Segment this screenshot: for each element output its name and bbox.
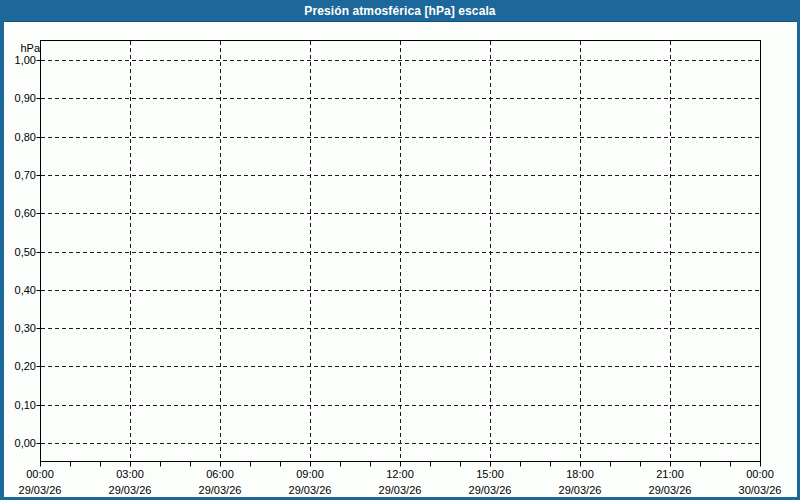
x-tick-time-label: 12:00 <box>370 467 430 481</box>
x-tick-time-label: 06:00 <box>190 467 250 481</box>
y-tick-label: 0,20 <box>2 359 36 373</box>
x-tick-date-label: 29/03/26 <box>95 483 165 497</box>
y-tick-label: 0,00 <box>2 436 36 450</box>
y-tick-label: 0,10 <box>2 398 36 412</box>
x-tick-time-label: 15:00 <box>460 467 520 481</box>
x-tick-date-label: 29/03/26 <box>635 483 705 497</box>
x-tick-time-label: 00:00 <box>730 467 790 481</box>
x-tick-time-label: 21:00 <box>640 467 700 481</box>
x-tick-date-label: 29/03/26 <box>545 483 615 497</box>
x-tick-time-label: 09:00 <box>280 467 340 481</box>
y-tick-label: 0,80 <box>2 130 36 144</box>
y-tick-label: 0,90 <box>2 91 36 105</box>
x-tick-date-label: 29/03/26 <box>455 483 525 497</box>
x-tick-date-label: 29/03/26 <box>365 483 435 497</box>
y-tick-label: 0,40 <box>2 283 36 297</box>
y-tick-label: 0,70 <box>2 168 36 182</box>
x-tick-date-label: 29/03/26 <box>185 483 255 497</box>
y-tick-label: 0,50 <box>2 245 36 259</box>
y-tick-label: 0,30 <box>2 321 36 335</box>
x-tick-time-label: 03:00 <box>100 467 160 481</box>
app-window: Presión atmosférica [hPa] escala hPa 1,0… <box>0 0 800 500</box>
y-tick-label: 1,00 <box>2 53 36 67</box>
x-tick-date-label: 29/03/26 <box>5 483 75 497</box>
x-tick-time-label: 18:00 <box>550 467 610 481</box>
x-tick-date-label: 29/03/26 <box>275 483 345 497</box>
x-tick-time-label: 00:00 <box>10 467 70 481</box>
plot-canvas <box>0 0 800 500</box>
y-tick-label: 0,60 <box>2 206 36 220</box>
x-tick-date-label: 30/03/26 <box>725 483 795 497</box>
